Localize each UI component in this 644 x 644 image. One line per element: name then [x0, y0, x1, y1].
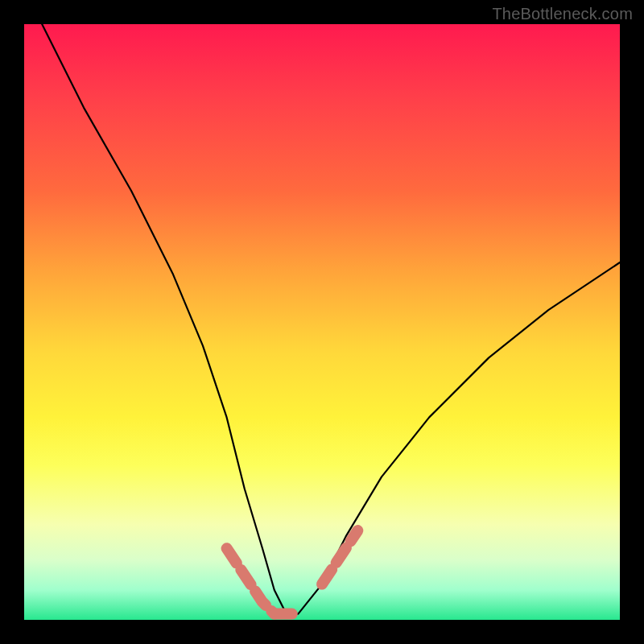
watermark-text: TheBottleneck.com [492, 5, 633, 23]
chart-frame: TheBottleneck.com [0, 0, 644, 644]
bottleneck-curve [42, 24, 620, 614]
chart-svg [24, 24, 620, 620]
plot-area [24, 24, 620, 620]
right-ascent-markers [322, 530, 357, 584]
left-descent-markers [227, 548, 275, 613]
